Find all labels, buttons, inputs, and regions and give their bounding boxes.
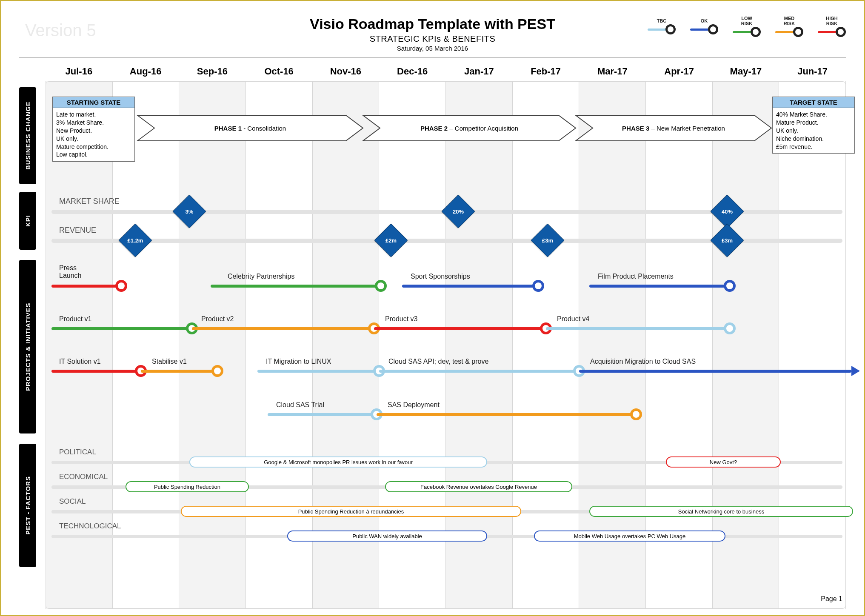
initiative-label: Product v3 (385, 315, 417, 323)
initiative-label: SAS Deployment (388, 401, 440, 409)
month-label: Nov-16 (312, 66, 379, 77)
initiative-label: Product v1 (59, 315, 91, 323)
month-label: Jun-17 (779, 66, 846, 77)
phase-3-arrow: PHASE 3 – New Market Penetration (576, 115, 771, 141)
legend-ok: OK (690, 18, 718, 34)
initiative-label: Cloud SAS API; dev, test & prove (388, 358, 488, 365)
phase-2-arrow: PHASE 2 – Competitor Acquisition (363, 115, 576, 141)
pest-item: Public Spending Reduction à redundancies (181, 506, 521, 517)
initiative-endpoint (630, 408, 642, 420)
pest-item: Google & Microsoft monopolies PR issues … (189, 456, 487, 468)
target-state-header: TARGET STATE (773, 97, 854, 108)
pest-item: Social Networking core to business (589, 506, 853, 517)
legend-med: MED RISK (775, 16, 803, 37)
section-label-kpi: KPI (19, 192, 36, 250)
initiative-label: Sport Sponsorships (411, 273, 470, 280)
kpi-label-revenue: REVENUE (59, 226, 96, 235)
initiative-label: Film Product Placements (598, 273, 674, 280)
target-state-box: TARGET STATE 40% Market Share. Mature Pr… (772, 97, 855, 154)
pest-item: Public WAN widely available (287, 530, 487, 542)
section-label-projects: PROJECTS & INITIATIVES (19, 260, 36, 433)
initiative-bar (589, 285, 730, 288)
initiative-bar (374, 327, 546, 330)
initiative-endpoint (724, 322, 736, 334)
header-divider (19, 57, 846, 57)
starting-state-box: STARTING STATE Late to market. 3% Market… (52, 97, 135, 162)
kpi-label-market-share: MARKET SHARE (59, 197, 120, 206)
pest-category: TECHNOLOGICAL (59, 522, 121, 530)
initiative-endpoint (211, 365, 223, 377)
initiative-endpoint (375, 280, 387, 292)
legend-tbc: TBC (648, 18, 676, 34)
initiative-label: Press Launch (59, 264, 93, 279)
legend-high: HIGH RISK (818, 16, 846, 37)
month-grid (46, 81, 846, 609)
initiative-bar (257, 370, 379, 373)
initiative-label: Stabilise v1 (152, 358, 187, 365)
pest-item: Facebook Revenue overtakes Google Revenu… (385, 481, 572, 492)
version-watermark: Version 5 (25, 21, 96, 40)
month-axis: Jul-16 Aug-16 Sep-16 Oct-16 Nov-16 Dec-1… (19, 66, 846, 77)
pest-item: New Govt? (666, 456, 781, 468)
pest-category: SOCIAL (59, 497, 86, 506)
initiative-label: Acquisition Migration to Cloud SAS (590, 358, 696, 365)
initiative-label: Cloud SAS Trial (276, 401, 324, 409)
initiative-label: Celebrity Partnerships (228, 273, 294, 280)
pest-category: POLITICAL (59, 448, 96, 456)
timeline-chart: BUSINESS CHANGE STARTING STATE Late to m… (19, 81, 846, 609)
month-label: Jul-16 (46, 66, 112, 77)
phase-1-arrow: PHASE 1 - Consolidation (137, 115, 363, 141)
initiative-bar (377, 413, 636, 416)
initiative-label: Product v2 (201, 315, 234, 323)
initiative-bar (268, 413, 377, 416)
month-label: Feb-17 (512, 66, 579, 77)
starting-state-header: STARTING STATE (53, 97, 134, 108)
initiative-endpoint (724, 280, 736, 292)
section-label-business-change: BUSINESS CHANGE (19, 87, 36, 184)
page-number: Page 1 (821, 595, 842, 603)
initiative-bar (379, 370, 579, 373)
initiative-bar (51, 327, 192, 330)
month-label: Jan-17 (446, 66, 513, 77)
pest-item: Mobile Web Usage overtakes PC Web Usage (534, 530, 725, 542)
pest-item: Public Spending Reduction (126, 481, 249, 492)
initiative-bar (192, 327, 374, 330)
initiative-bar (579, 370, 851, 373)
initiative-bar (51, 285, 121, 288)
pest-category: ECONOMICAL (59, 473, 108, 481)
initiative-bar (141, 370, 217, 373)
initiative-endpoint (532, 280, 544, 292)
month-label: Mar-17 (579, 66, 646, 77)
initiative-bar (51, 370, 141, 373)
page-date: Saturday, 05 March 2016 (19, 45, 846, 52)
legend-low: LOW RISK (733, 16, 761, 37)
initiative-arrowhead-icon (851, 366, 860, 376)
initiative-label: IT Migration to LINUX (266, 358, 331, 365)
month-label: Aug-16 (112, 66, 179, 77)
section-label-pest: PEST - FACTORS (19, 444, 36, 567)
month-label: Sep-16 (179, 66, 246, 77)
month-label: May-17 (713, 66, 779, 77)
target-state-body: 40% Market Share. Mature Product. UK onl… (773, 108, 854, 153)
month-label: Apr-17 (646, 66, 713, 77)
month-label: Oct-16 (246, 66, 312, 77)
initiative-bar (402, 285, 538, 288)
initiative-endpoint (115, 280, 127, 292)
starting-state-body: Late to market. 3% Market Share. New Pro… (53, 108, 134, 161)
initiative-label: Product v4 (557, 315, 589, 323)
initiative-bar (211, 285, 381, 288)
legend: TBC OK LOW RISK MED RISK HIGH RISK (648, 16, 846, 37)
initiative-label: IT Solution v1 (59, 358, 101, 365)
month-label: Dec-16 (379, 66, 446, 77)
initiative-bar (546, 327, 730, 330)
